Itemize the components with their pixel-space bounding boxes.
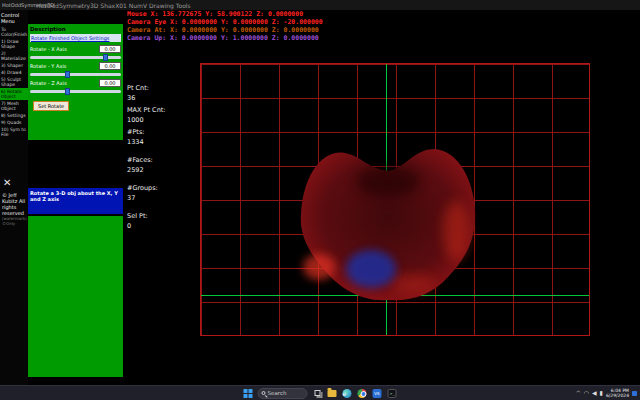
rotate-z-label: Rotate - Z Axis xyxy=(30,80,67,86)
rotate-x-value-box[interactable]: 0.00 xyxy=(99,45,121,53)
rendered-3d-object[interactable] xyxy=(293,139,483,307)
edge-button[interactable] xyxy=(342,388,353,399)
task-view-icon xyxy=(314,390,320,396)
window-title: HotOddSymmetry3D ShaxX01 NumV Drawing To… xyxy=(36,2,191,9)
terminal-button[interactable] xyxy=(387,388,398,399)
stat-pts: #Pts: 1334 xyxy=(127,128,193,146)
stat-value: 0 xyxy=(127,222,193,230)
stat-label: #Groups: xyxy=(127,184,193,192)
wifi-icon[interactable] xyxy=(584,386,589,400)
sidebar-item-draw4[interactable]: 4) Draw4 xyxy=(0,69,28,76)
windows-logo-icon xyxy=(244,389,253,398)
rotate-settings-panel: Description Rotate Finished Object Setti… xyxy=(28,24,123,140)
sidebar-item-materialize[interactable]: 2) Materialize xyxy=(0,50,28,62)
copyright-text: © Jeff Kubitz All rights reserved xyxy=(2,192,28,216)
windows-taskbar: Search 6:04 PM 6/29/2024 xyxy=(0,385,640,400)
rotate-x-slider-thumb[interactable] xyxy=(103,54,108,61)
stat-value: 1000 xyxy=(127,116,193,124)
stat-label: Sel Pt: xyxy=(127,212,193,220)
stat-label: Pt Cnt: xyxy=(127,84,193,92)
sidebar-item-draw-shape[interactable]: 1) Draw Shape xyxy=(0,38,28,50)
stat-groups: #Groups: 37 xyxy=(127,184,193,202)
description-label: Description xyxy=(30,26,121,32)
rotate-y-value-box[interactable]: 0.00 xyxy=(99,62,121,70)
rotate-x-label: Rotate - X Axis xyxy=(30,46,67,52)
code-editor-button[interactable] xyxy=(372,388,383,399)
camera-eye-readout: Camera Eye X: 0.0000000 Y: 0.0000000 Z: … xyxy=(127,18,323,26)
rotate-z-slider-row: Rotate - Z Axis 0.00 xyxy=(30,79,121,93)
rotate-x-slider-row: Rotate - X Axis 0.00 xyxy=(30,45,121,59)
rotate-y-slider-thumb[interactable] xyxy=(65,71,70,78)
rotate-z-slider-thumb[interactable] xyxy=(65,88,70,95)
sidebar-item-shaper[interactable]: 3) Shaper xyxy=(0,62,28,69)
stat-faces: #Faces: 2592 xyxy=(127,156,193,174)
sidebar-item-quads[interactable]: 9) Quads xyxy=(0,119,28,126)
watermark-text: (watermark) ©Only xyxy=(2,216,28,226)
mouse-coords-readout: Mouse X: 136.772675 Y: 58.900122 Z: 0.00… xyxy=(127,10,303,18)
vscode-icon xyxy=(373,389,382,398)
x-logo-icon: ✕ xyxy=(3,178,11,188)
folder-icon xyxy=(328,390,337,397)
start-button[interactable] xyxy=(243,388,254,399)
stat-max-pt-cnt: MAX Pt Cnt: 1000 xyxy=(127,106,193,124)
sidebar-item-mesh-object[interactable]: 7) Mesh Object xyxy=(0,100,28,112)
browser-button[interactable] xyxy=(357,388,368,399)
rotate-y-slider[interactable] xyxy=(30,73,121,76)
rotate-x-slider[interactable] xyxy=(30,56,121,59)
clock-date: 6/29/2024 xyxy=(606,393,629,398)
camera-up-readout: Camera Up: X: 0.0000000 Y: 1.0000000 Z: … xyxy=(127,34,319,42)
sidebar-item-sculpt-shape[interactable]: 5) Sculpt Shape xyxy=(0,76,28,88)
taskbar-clock[interactable]: 6:04 PM 6/29/2024 xyxy=(606,388,629,398)
sidebar-item-rotate-object[interactable]: 6) Rotate Object xyxy=(0,88,28,100)
volume-icon[interactable] xyxy=(592,386,597,400)
model-stats: Pt Cnt: 36 MAX Pt Cnt: 1000 #Pts: 1334 #… xyxy=(127,84,193,240)
search-icon xyxy=(262,391,266,395)
chrome-icon xyxy=(358,389,367,398)
camera-at-readout: Camera At: X: 0.0000000 Y: 0.0000000 Z: … xyxy=(127,26,319,34)
notification-badge[interactable] xyxy=(632,391,637,396)
control-menu-strip: Control Menu To Color/Finish 1) Draw Sha… xyxy=(0,10,28,385)
task-view-button[interactable] xyxy=(312,388,323,399)
terminal-icon xyxy=(388,389,397,398)
sidebar-item-settings[interactable]: 8) Settings xyxy=(0,112,28,119)
search-label: Search xyxy=(268,388,287,399)
rotate-settings-link[interactable]: Rotate Finished Object Settings xyxy=(30,34,121,42)
battery-icon[interactable] xyxy=(600,386,603,400)
sidebar-item-sym-to-file[interactable]: 10) Sym to File xyxy=(0,126,28,138)
sidebar-item-color-finish[interactable]: To Color/Finish xyxy=(0,26,28,38)
stat-value: 2592 xyxy=(127,166,193,174)
stat-value: 36 xyxy=(127,94,193,102)
rotate-z-slider[interactable] xyxy=(30,90,121,93)
stat-label: #Faces: xyxy=(127,156,193,164)
rotate-y-label: Rotate - Y Axis xyxy=(30,63,66,69)
viewport-grid[interactable] xyxy=(200,63,590,336)
stat-pt-cnt: Pt Cnt: 36 xyxy=(127,84,193,102)
rotate-z-value-box[interactable]: 0.00 xyxy=(99,79,121,87)
control-menu-title: Control Menu xyxy=(0,10,28,26)
taskbar-search[interactable]: Search xyxy=(258,388,308,399)
set-rotate-button[interactable]: Set Rotate xyxy=(33,101,69,111)
rotate-y-slider-row: Rotate - Y Axis 0.00 xyxy=(30,62,121,76)
tray-overflow-chevron-icon[interactable] xyxy=(576,386,581,400)
stat-value: 1334 xyxy=(127,138,193,146)
file-explorer-button[interactable] xyxy=(327,388,338,399)
stat-label: MAX Pt Cnt: xyxy=(127,106,193,114)
tool-info-box: Rotate a 3-D obj about the X, Y and Z ax… xyxy=(28,188,123,214)
edge-icon xyxy=(343,389,352,398)
lower-green-panel xyxy=(28,216,123,377)
stat-label: #Pts: xyxy=(127,128,193,136)
stat-sel-pt: Sel Pt: 0 xyxy=(127,212,193,230)
stat-value: 37 xyxy=(127,194,193,202)
